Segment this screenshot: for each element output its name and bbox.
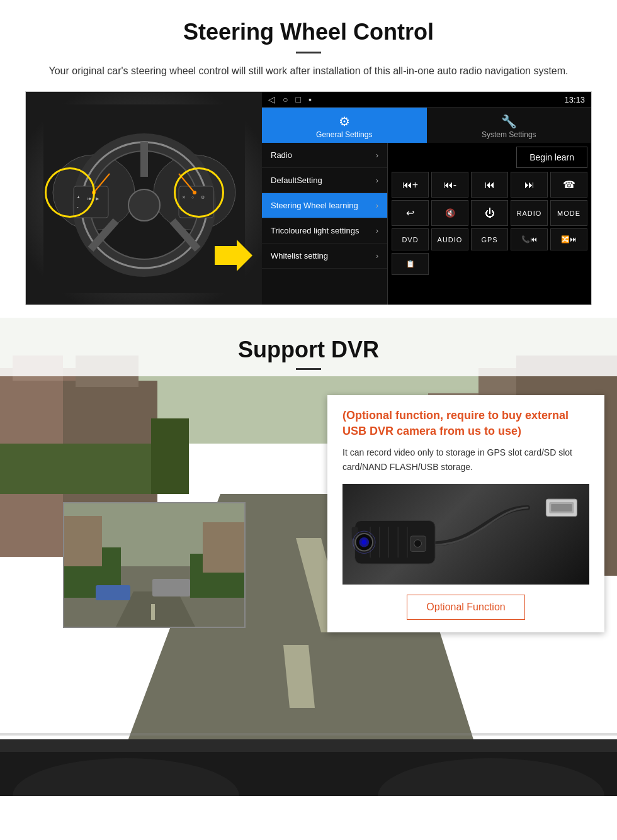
chevron-right-icon-5: › — [376, 252, 378, 260]
dvr-inset-photo — [63, 502, 246, 628]
btn-next-track[interactable]: ⏭ — [511, 172, 548, 198]
tab-general-label: General Settings — [316, 130, 372, 139]
btn-gps[interactable]: GPS — [471, 228, 508, 250]
svg-point-70 — [414, 539, 422, 547]
btn-extra[interactable]: 📋 — [392, 253, 429, 275]
btn-mode[interactable]: MODE — [550, 200, 587, 226]
chevron-right-icon-3: › — [376, 201, 378, 210]
optional-function-button[interactable]: Optional Function — [407, 595, 524, 620]
statusbar-nav-icons: ◁ ○ □ ▪ — [268, 94, 312, 104]
btn-back[interactable]: ↩ — [392, 200, 429, 226]
btn-vol-minus[interactable]: ⏮- — [431, 172, 468, 198]
svg-rect-51 — [152, 579, 190, 596]
menu-tricoloured-label: Tricoloured light settings — [271, 226, 359, 235]
btn-phone[interactable]: ☎ — [550, 172, 587, 198]
btn-audio[interactable]: AUDIO — [431, 228, 468, 250]
menu-icon[interactable]: ▪ — [308, 94, 312, 104]
yellow-arrow-icon — [215, 240, 252, 271]
btn-power[interactable]: ⏻ — [471, 200, 508, 226]
android-body: Radio › DefaultSetting › Steering Wheel … — [262, 143, 591, 305]
menu-steering-label: Steering Wheel learning — [271, 201, 358, 210]
menu-whitelist-label: Whitelist setting — [271, 251, 328, 260]
menu-item-tricoloured[interactable]: Tricoloured light settings › — [262, 218, 387, 244]
btn-dvd[interactable]: DVD — [392, 228, 429, 250]
dvr-content-wrapper: Support DVR — [0, 318, 617, 691]
android-ui-panel: ◁ ○ □ ▪ 13:13 ⚙ General Settings 🔧 Syste… — [262, 92, 591, 305]
dvr-info-title: (Optional function, require to buy exter… — [342, 408, 589, 439]
android-statusbar: ◁ ○ □ ▪ 13:13 — [262, 92, 591, 108]
menu-item-steering-learning[interactable]: Steering Wheel learning › — [262, 193, 387, 218]
steering-title: Steering Wheel Control — [25, 19, 592, 45]
chevron-right-icon-4: › — [376, 227, 378, 235]
btn-mute[interactable]: 🔇 — [431, 200, 468, 226]
steering-description: Your original car's steering wheel contr… — [38, 64, 579, 79]
svg-point-67 — [361, 539, 366, 544]
chevron-right-icon: › — [376, 151, 378, 160]
title-divider — [296, 52, 321, 53]
svg-rect-57 — [551, 504, 572, 512]
back-icon[interactable]: ◁ — [268, 94, 275, 104]
dvr-title-divider — [296, 368, 321, 370]
settings-gear-icon: ⚙ — [266, 114, 423, 129]
settings-menu-list: Radio › DefaultSetting › Steering Wheel … — [262, 143, 388, 305]
svg-point-9 — [128, 189, 160, 221]
dvr-camera-svg — [342, 486, 589, 583]
dvr-info-box: (Optional function, require to buy exter… — [327, 395, 604, 632]
svg-rect-41 — [0, 739, 617, 752]
menu-item-radio[interactable]: Radio › — [262, 143, 387, 168]
dvr-camera-illustration — [342, 484, 589, 585]
menu-item-whitelist[interactable]: Whitelist setting › — [262, 244, 387, 269]
home-icon[interactable]: ○ — [283, 94, 288, 104]
android-tabs: ⚙ General Settings 🔧 System Settings — [262, 108, 591, 143]
svg-rect-48 — [151, 604, 155, 620]
control-buttons-grid: ⏮+ ⏮- ⏮ ⏭ ☎ ↩ 🔇 ⏻ RADIO MODE DVD AUDIO — [392, 172, 587, 275]
dvr-title: Support DVR — [0, 337, 617, 363]
system-icon: 🔧 — [431, 114, 588, 129]
btn-shuffle-next[interactable]: 🔀⏭ — [550, 228, 587, 250]
tab-system-settings[interactable]: 🔧 System Settings — [427, 108, 592, 143]
btn-radio[interactable]: RADIO — [511, 200, 548, 226]
highlight-circle-left — [45, 167, 95, 218]
steering-wheel-photo: + - ⏮ ▶ ✕ ○ ⚙ — [26, 92, 262, 305]
statusbar-time: 13:13 — [564, 95, 585, 104]
begin-learn-row: Begin learn — [392, 147, 587, 168]
menu-radio-label: Radio — [271, 150, 292, 160]
support-dvr-section: Support DVR — [0, 318, 617, 796]
steering-content-area: + - ⏮ ▶ ✕ ○ ⚙ — [25, 91, 592, 305]
menu-item-default[interactable]: DefaultSetting › — [262, 168, 387, 193]
begin-learn-button[interactable]: Begin learn — [516, 147, 587, 168]
tab-general-settings[interactable]: ⚙ General Settings — [262, 108, 427, 143]
svg-rect-44 — [0, 733, 617, 736]
dvr-scene-area: (Optional function, require to buy exter… — [0, 376, 617, 691]
svg-rect-52 — [96, 585, 130, 600]
steering-wheel-section: Steering Wheel Control Your original car… — [0, 0, 617, 318]
svg-marker-23 — [215, 240, 252, 271]
svg-rect-53 — [64, 516, 102, 566]
menu-default-label: DefaultSetting — [271, 176, 322, 185]
btn-prev-track[interactable]: ⏮ — [471, 172, 508, 198]
chevron-right-icon-2: › — [376, 176, 378, 185]
tab-system-label: System Settings — [482, 130, 536, 139]
dvr-info-desc: It can record video only to storage in G… — [342, 445, 589, 474]
svg-rect-54 — [203, 522, 246, 573]
recents-icon[interactable]: □ — [295, 94, 300, 104]
btn-phone-prev[interactable]: 📞⏮ — [511, 228, 548, 250]
highlight-circle-right — [174, 167, 224, 218]
dvr-title-bar: Support DVR — [0, 318, 617, 376]
steering-control-panel: Begin learn ⏮+ ⏮- ⏮ ⏭ ☎ ↩ 🔇 ⏻ RADIO — [388, 143, 591, 305]
btn-vol-plus[interactable]: ⏮+ — [392, 172, 429, 198]
